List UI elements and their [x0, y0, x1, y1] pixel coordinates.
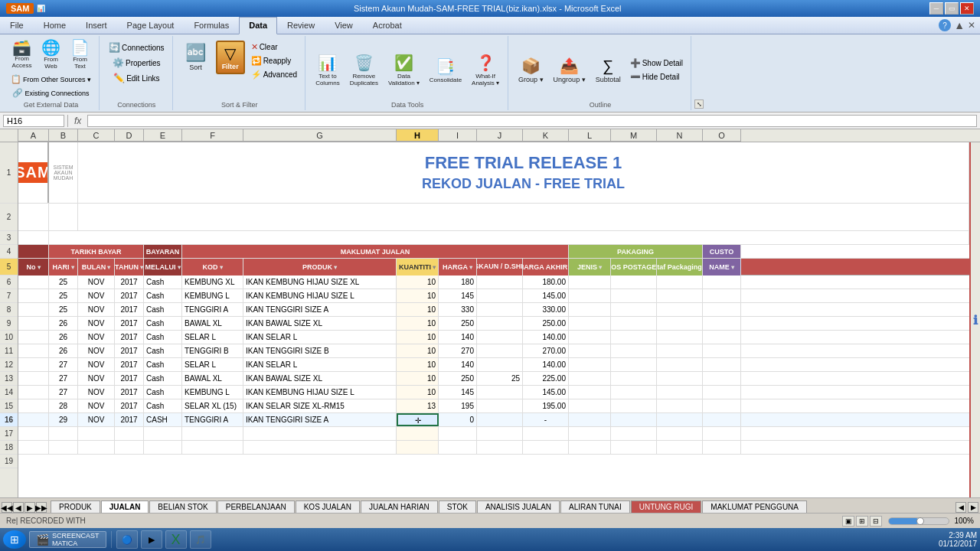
cell-i6[interactable]: 180	[439, 276, 477, 289]
sheet-tab-kos-jualan[interactable]: KOS JUALAN	[296, 500, 360, 513]
cell-l14[interactable]	[569, 386, 611, 399]
btn-clear[interactable]: ✕ Clear	[248, 41, 300, 54]
col-header-f[interactable]: F	[182, 129, 243, 142]
cell-k12[interactable]: 140.00	[523, 358, 569, 371]
btn-consolidate[interactable]: 📑 Consolidate	[426, 55, 466, 86]
cell-f13[interactable]: BAWAL XL	[182, 372, 243, 385]
cell-f18[interactable]	[182, 441, 243, 454]
cell-n7[interactable]	[657, 289, 703, 302]
cell-f15[interactable]: SELAR XL (15)	[182, 399, 243, 412]
sheet-tab-jualan-harian[interactable]: JUALAN HARIAN	[361, 500, 438, 513]
cell-reference-box[interactable]	[3, 115, 64, 127]
cell-n12[interactable]	[657, 358, 703, 371]
taskbar-icon4[interactable]: 🎵	[190, 530, 211, 549]
cell-a8[interactable]	[18, 303, 49, 316]
cell-e12[interactable]: Cash	[144, 358, 182, 371]
cell-a14[interactable]	[18, 386, 49, 399]
cell-f17[interactable]	[182, 427, 243, 440]
cell-n17[interactable]	[657, 427, 703, 440]
cell-f16[interactable]: TENGGIRI A	[182, 413, 243, 426]
tab-page-layout[interactable]: Page Layout	[117, 17, 185, 34]
cell-i15[interactable]: 195	[439, 399, 477, 412]
cell-o10[interactable]	[703, 331, 741, 344]
cell-d17[interactable]	[115, 427, 144, 440]
cell-g14[interactable]: IKAN KEMBUNG HIJAU SIZE L	[243, 386, 397, 399]
ribbon-minimize-btn[interactable]: ▲	[954, 19, 965, 31]
cell-c14[interactable]: NOV	[78, 386, 115, 399]
restore-btn[interactable]: ▭	[945, 2, 959, 15]
taskbar-icon1[interactable]: 🔵	[116, 530, 138, 549]
cell-g15[interactable]: IKAN SELAR SIZE XL-RM15	[243, 399, 397, 412]
cell-d15[interactable]: 2017	[115, 399, 144, 412]
cell-e18[interactable]	[144, 441, 182, 454]
taskbar-excel-icon[interactable]: X	[165, 530, 187, 549]
cell-i13[interactable]: 250	[439, 372, 477, 385]
cell-f14[interactable]: KEMBUNG L	[182, 386, 243, 399]
cell-j17[interactable]	[477, 427, 523, 440]
cell-a11[interactable]	[18, 344, 49, 357]
cell-o9[interactable]	[703, 317, 741, 330]
btn-text-to-columns[interactable]: 📊 Text toColumns	[312, 51, 344, 89]
cell-b15[interactable]: 28	[49, 399, 78, 412]
cell-o18[interactable]	[703, 441, 741, 454]
cell-a13[interactable]	[18, 372, 49, 385]
cell-h17[interactable]	[397, 427, 439, 440]
cell-i18[interactable]	[439, 441, 477, 454]
cell-l10[interactable]	[569, 331, 611, 344]
cell-j15[interactable]	[477, 399, 523, 412]
cell-i11[interactable]: 270	[439, 344, 477, 357]
taskbar-icon2[interactable]: ▶	[141, 530, 162, 549]
cell-c9[interactable]: NOV	[78, 317, 115, 330]
cell-k17[interactable]	[523, 427, 569, 440]
cell-o8[interactable]	[703, 303, 741, 316]
cell-e16[interactable]: CASH	[144, 413, 182, 426]
cell-k13[interactable]: 225.00	[523, 372, 569, 385]
cell-n18[interactable]	[657, 441, 703, 454]
cell-m13[interactable]	[611, 372, 657, 385]
cell-a12[interactable]	[18, 358, 49, 371]
cell-a16[interactable]	[18, 413, 49, 426]
btn-from-text[interactable]: 📄 FromText	[67, 37, 94, 72]
cell-o12[interactable]	[703, 358, 741, 371]
sheet-nav-next[interactable]: ▶	[24, 502, 35, 513]
cell-m17[interactable]	[611, 427, 657, 440]
cell-h13[interactable]: 10	[397, 372, 439, 385]
col-header-c[interactable]: C	[78, 129, 115, 142]
cell-k14[interactable]: 145.00	[523, 386, 569, 399]
cell-c6[interactable]: NOV	[78, 276, 115, 289]
ribbon-close-btn[interactable]: ✕	[968, 20, 975, 31]
cell-c10[interactable]: NOV	[78, 331, 115, 344]
cell-d18[interactable]	[115, 441, 144, 454]
cell-c12[interactable]: NOV	[78, 358, 115, 371]
btn-from-other-sources[interactable]: 📋 From Other Sources ▾	[8, 73, 94, 86]
btn-from-web[interactable]: 🌐 FromWeb	[38, 37, 65, 72]
cell-f11[interactable]: TENGGIRI B	[182, 344, 243, 357]
tab-insert[interactable]: Insert	[76, 17, 117, 34]
sheet-tab-perbelanjaan[interactable]: PERBELANJAAN	[217, 500, 295, 513]
cell-m9[interactable]	[611, 317, 657, 330]
cell-e14[interactable]: Cash	[144, 386, 182, 399]
cell-j14[interactable]	[477, 386, 523, 399]
cell-m14[interactable]	[611, 386, 657, 399]
close-btn[interactable]: ✕	[960, 2, 974, 15]
cell-f12[interactable]: SELAR L	[182, 358, 243, 371]
cell-h8[interactable]: 10	[397, 303, 439, 316]
cell-i8[interactable]: 330	[439, 303, 477, 316]
cell-h16-active[interactable]: ✛	[397, 413, 439, 426]
cell-h12[interactable]: 10	[397, 358, 439, 371]
btn-subtotal[interactable]: ∑ Subtotal	[592, 55, 625, 86]
sheet-tab-analisis-jualan[interactable]: ANALISIS JUALAN	[477, 500, 560, 513]
cell-d6[interactable]: 2017	[115, 276, 144, 289]
cell-a15[interactable]	[18, 399, 49, 412]
cell-d10[interactable]: 2017	[115, 331, 144, 344]
cell-d11[interactable]: 2017	[115, 344, 144, 357]
cell-c8[interactable]: NOV	[78, 303, 115, 316]
cell-e7[interactable]: Cash	[144, 289, 182, 302]
cell-f10[interactable]: SELAR L	[182, 331, 243, 344]
cell-m12[interactable]	[611, 358, 657, 371]
btn-ungroup[interactable]: 📤 Ungroup ▾	[550, 54, 590, 86]
cell-n13[interactable]	[657, 372, 703, 385]
cell-i14[interactable]: 145	[439, 386, 477, 399]
cell-j18[interactable]	[477, 441, 523, 454]
cell-g11[interactable]: IKAN TENGGIRI SIZE B	[243, 344, 397, 357]
